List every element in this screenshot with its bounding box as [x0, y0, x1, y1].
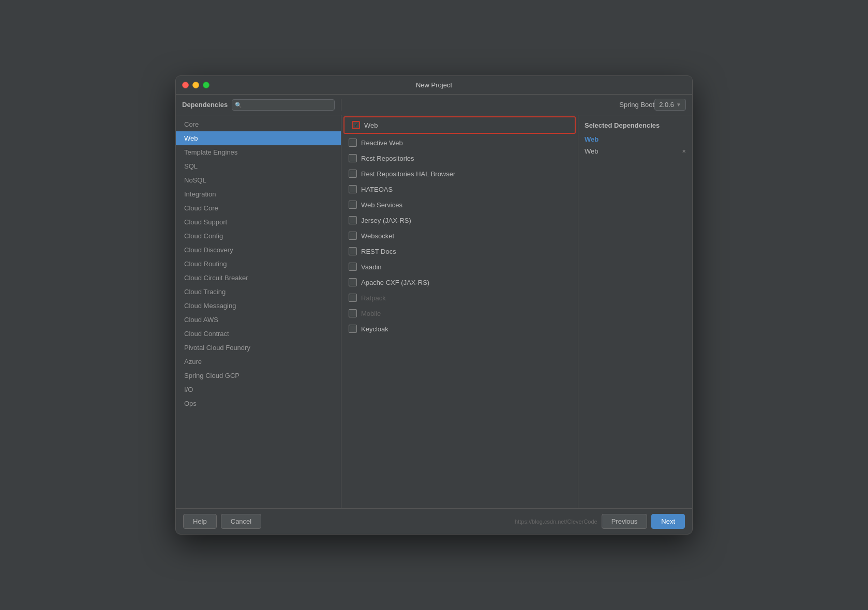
checkbox-item-jersey[interactable]: Jersey (JAX-RS): [341, 212, 578, 228]
checkbox-item-websocket[interactable]: Websocket: [341, 228, 578, 243]
search-icon: 🔍: [235, 101, 242, 108]
checkbox-item-rest-repositories[interactable]: Rest Repositories: [341, 150, 578, 166]
checkbox-rest-repositories-hal[interactable]: [349, 170, 357, 178]
spring-boot-label: Spring Boot: [619, 101, 654, 109]
checkbox-label-rest-repositories: Rest Repositories: [361, 155, 414, 162]
checkbox-item-rest-docs[interactable]: REST Docs: [341, 243, 578, 259]
checkbox-item-reactive-web[interactable]: Reactive Web: [341, 135, 578, 150]
sidebar-item-sql[interactable]: SQL: [176, 159, 341, 173]
right-panel: Selected Dependencies Web Web×: [578, 115, 692, 508]
bottom-right: https://blog.csdn.net/CleverCode Previou…: [515, 514, 685, 529]
help-button[interactable]: Help: [183, 514, 217, 529]
sidebar-item-cloud-tracing[interactable]: Cloud Tracing: [176, 285, 341, 299]
previous-button[interactable]: Previous: [602, 514, 648, 529]
selected-category-title: Web: [585, 135, 686, 143]
checkbox-item-apache-cxf[interactable]: Apache CXF (JAX-RS): [341, 274, 578, 290]
left-panel: CoreWebTemplate EnginesSQLNoSQLIntegrati…: [176, 115, 341, 508]
bottom-bar: Help Cancel https://blog.csdn.net/Clever…: [176, 508, 692, 534]
sidebar-item-cloud-circuit-breaker[interactable]: Cloud Circuit Breaker: [176, 271, 341, 285]
search-wrap: 🔍: [232, 99, 335, 111]
checkbox-label-rest-repositories-hal: Rest Repositories HAL Browser: [361, 170, 455, 178]
checkbox-web-services[interactable]: [349, 201, 357, 209]
header-row: Dependencies 🔍 Spring Boot 2.0.6 ▼: [176, 95, 692, 115]
header-center: Spring Boot 2.0.6 ▼: [341, 99, 692, 111]
checkbox-label-vaadin: Vaadin: [361, 263, 382, 271]
checkbox-jersey[interactable]: [349, 216, 357, 224]
checkbox-vaadin[interactable]: [349, 263, 357, 271]
checkbox-apache-cxf[interactable]: [349, 278, 357, 286]
checkbox-item-web[interactable]: ✓Web: [343, 116, 576, 134]
sidebar-item-cloud-config[interactable]: Cloud Config: [176, 229, 341, 243]
spring-boot-version: 2.0.6: [659, 101, 674, 109]
titlebar: New Project: [176, 76, 692, 95]
checkbox-rest-docs[interactable]: [349, 247, 357, 255]
sidebar-item-template-engines[interactable]: Template Engines: [176, 145, 341, 159]
selected-item-name-web: Web: [585, 147, 598, 155]
checkbox-label-apache-cxf: Apache CXF (JAX-RS): [361, 279, 429, 286]
selected-item-web: Web×: [585, 146, 686, 156]
cancel-button[interactable]: Cancel: [221, 514, 261, 529]
maximize-button[interactable]: [203, 82, 209, 88]
search-input[interactable]: [232, 99, 335, 111]
sidebar-item-azure[interactable]: Azure: [176, 355, 341, 369]
dropdown-arrow-icon: ▼: [676, 102, 681, 108]
checkbox-label-web: Web: [364, 121, 378, 129]
checkbox-label-keycloak: Keycloak: [361, 325, 388, 333]
checkbox-label-mobile: Mobile: [361, 310, 381, 317]
checkbox-item-mobile[interactable]: Mobile: [341, 306, 578, 321]
checkbox-mobile[interactable]: [349, 309, 357, 317]
checkbox-label-hateoas: HATEOAS: [361, 186, 393, 193]
watermark-text: https://blog.csdn.net/CleverCode: [515, 518, 597, 525]
checkmark-web: ✓: [354, 122, 358, 129]
sidebar-item-core[interactable]: Core: [176, 117, 341, 131]
checkbox-label-web-services: Web Services: [361, 201, 402, 209]
checkbox-item-ratpack[interactable]: Ratpack: [341, 290, 578, 306]
spring-boot-dropdown[interactable]: 2.0.6 ▼: [654, 99, 686, 111]
checkbox-ratpack[interactable]: [349, 294, 357, 302]
sidebar-item-pivotal-cloud-foundry[interactable]: Pivotal Cloud Foundry: [176, 341, 341, 355]
checkbox-web[interactable]: ✓: [352, 121, 360, 129]
sidebar-item-web[interactable]: Web: [176, 131, 341, 145]
traffic-lights: [182, 82, 209, 88]
deps-label: Dependencies: [182, 101, 228, 109]
checkbox-item-keycloak[interactable]: Keycloak: [341, 321, 578, 337]
next-button[interactable]: Next: [651, 514, 685, 529]
sidebar-item-ops[interactable]: Ops: [176, 396, 341, 410]
sidebar-item-cloud-aws[interactable]: Cloud AWS: [176, 313, 341, 327]
checkbox-item-hateoas[interactable]: HATEOAS: [341, 181, 578, 197]
sidebar-item-cloud-contract[interactable]: Cloud Contract: [176, 327, 341, 341]
selected-deps-title: Selected Dependencies: [585, 121, 686, 129]
remove-item-web[interactable]: ×: [682, 148, 686, 155]
checkbox-item-web-services[interactable]: Web Services: [341, 197, 578, 212]
checkbox-hateoas[interactable]: [349, 185, 357, 193]
checkbox-label-reactive-web: Reactive Web: [361, 139, 403, 147]
sidebar-item-cloud-discovery[interactable]: Cloud Discovery: [176, 243, 341, 257]
sidebar-item-cloud-core[interactable]: Cloud Core: [176, 201, 341, 215]
checkbox-item-rest-repositories-hal[interactable]: Rest Repositories HAL Browser: [341, 166, 578, 181]
sidebar-item-spring-cloud-gcp[interactable]: Spring Cloud GCP: [176, 369, 341, 383]
minimize-button[interactable]: [192, 82, 199, 88]
new-project-dialog: New Project Dependencies 🔍 Spring Boot 2…: [175, 75, 693, 535]
checkbox-item-vaadin[interactable]: Vaadin: [341, 259, 578, 274]
sidebar-item-integration[interactable]: Integration: [176, 187, 341, 201]
checkbox-websocket[interactable]: [349, 232, 357, 240]
sidebar-item-cloud-routing[interactable]: Cloud Routing: [176, 257, 341, 271]
sidebar-item-nosql[interactable]: NoSQL: [176, 173, 341, 187]
close-button[interactable]: [182, 82, 189, 88]
checkbox-keycloak[interactable]: [349, 325, 357, 333]
middle-panel: ✓WebReactive WebRest RepositoriesRest Re…: [341, 115, 578, 508]
checkbox-rest-repositories[interactable]: [349, 154, 357, 162]
sidebar-item-cloud-support[interactable]: Cloud Support: [176, 215, 341, 229]
checkbox-label-websocket: Websocket: [361, 232, 394, 240]
checkbox-reactive-web[interactable]: [349, 139, 357, 147]
selected-items-list: Web×: [585, 146, 686, 156]
bottom-left: Help Cancel: [183, 514, 261, 529]
header-left: Dependencies 🔍: [176, 99, 341, 111]
checkbox-label-jersey: Jersey (JAX-RS): [361, 217, 411, 224]
sidebar-item-io[interactable]: I/O: [176, 383, 341, 396]
checkbox-label-ratpack: Ratpack: [361, 294, 386, 302]
checkbox-label-rest-docs: REST Docs: [361, 248, 396, 255]
window-title: New Project: [416, 81, 452, 89]
main-content: CoreWebTemplate EnginesSQLNoSQLIntegrati…: [176, 115, 692, 508]
sidebar-item-cloud-messaging[interactable]: Cloud Messaging: [176, 299, 341, 313]
